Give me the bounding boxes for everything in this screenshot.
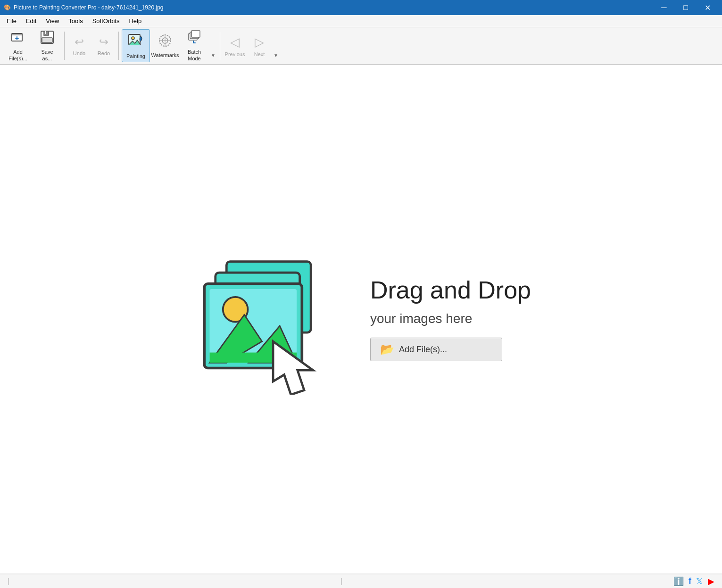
- next-label: Next: [254, 51, 265, 57]
- drag-drop-subtitle: your images here: [370, 311, 531, 326]
- title-bar: 🎨 Picture to Painting Converter Pro - da…: [0, 0, 722, 15]
- painting-button[interactable]: Painting: [122, 29, 150, 62]
- redo-icon: [99, 35, 108, 49]
- window-title: Picture to Painting Converter Pro - dais…: [14, 4, 164, 11]
- toolbar-separator-3: [220, 32, 220, 60]
- svg-rect-13: [191, 31, 200, 37]
- redo-button[interactable]: Redo: [92, 29, 116, 62]
- add-files-icon: [10, 30, 25, 47]
- add-files-button[interactable]: Add File(s)...: [4, 29, 32, 62]
- drag-drop-title: Drag and Drop: [370, 277, 531, 304]
- svg-rect-3: [45, 31, 46, 34]
- menu-softorbits[interactable]: SoftOrbits: [88, 16, 124, 26]
- batch-mode-icon: [187, 30, 202, 47]
- title-bar-left: 🎨 Picture to Painting Converter Pro - da…: [4, 4, 164, 11]
- youtube-icon[interactable]: ▶: [708, 576, 714, 587]
- status-icons-right: ℹ️ f 𝕏 ▶: [673, 576, 714, 587]
- undo-label: Undo: [73, 50, 85, 56]
- status-divider-2: |: [340, 577, 342, 586]
- batch-mode-button[interactable]: Batch Mode: [180, 29, 208, 62]
- previous-label: Previous: [225, 51, 245, 57]
- next-button[interactable]: ▷ Next: [248, 29, 271, 62]
- watermarks-label: Watermarks: [151, 52, 179, 58]
- add-files-drop-button[interactable]: 📂 Add File(s)...: [370, 338, 502, 361]
- nav-expand[interactable]: ▼: [272, 32, 280, 60]
- add-files-drop-label: Add File(s)...: [399, 345, 447, 355]
- close-button[interactable]: ✕: [697, 0, 718, 15]
- menu-view[interactable]: View: [41, 16, 64, 26]
- svg-point-6: [132, 37, 134, 40]
- menu-tools[interactable]: Tools: [64, 16, 87, 26]
- menu-help[interactable]: Help: [124, 16, 146, 26]
- status-divider-1: |: [8, 577, 9, 586]
- main-content: Drag and Drop your images here 📂 Add Fil…: [0, 65, 722, 573]
- save-as-icon: [40, 30, 55, 47]
- menu-file[interactable]: File: [2, 16, 21, 26]
- toolbar-group-files: Add File(s)... Save as...: [4, 29, 61, 62]
- minimize-button[interactable]: ─: [653, 0, 675, 15]
- status-bar: | | ℹ️ f 𝕏 ▶: [0, 574, 722, 588]
- status-middle: |: [340, 577, 342, 586]
- info-icon[interactable]: ℹ️: [673, 576, 684, 587]
- title-bar-controls: ─ □ ✕: [653, 0, 718, 15]
- status-left: |: [8, 577, 9, 586]
- redo-label: Redo: [98, 50, 110, 56]
- folder-icon: 📂: [380, 343, 394, 356]
- modes-expand[interactable]: ▼: [209, 32, 217, 60]
- app-icon: 🎨: [4, 4, 11, 11]
- watermarks-icon: [158, 33, 173, 50]
- drop-zone: Drag and Drop your images here 📂 Add Fil…: [191, 244, 531, 395]
- facebook-icon[interactable]: f: [689, 576, 691, 586]
- toolbar: Add File(s)... Save as... Undo Redo: [0, 27, 722, 65]
- toolbar-group-history: Undo Redo: [67, 29, 116, 62]
- maximize-button[interactable]: □: [675, 0, 697, 15]
- save-as-label: Save as...: [41, 49, 53, 61]
- drop-text-area: Drag and Drop your images here 📂 Add Fil…: [370, 277, 531, 361]
- toolbar-group-modes: Painting Watermarks: [122, 29, 217, 62]
- watermarks-button[interactable]: Watermarks: [151, 29, 179, 62]
- previous-button[interactable]: ◁ Previous: [223, 29, 247, 62]
- undo-icon: [75, 35, 84, 49]
- save-as-button[interactable]: Save as...: [33, 29, 61, 62]
- toolbar-group-nav: ◁ Previous ▷ Next ▼: [223, 29, 280, 62]
- twitter-icon[interactable]: 𝕏: [696, 576, 703, 587]
- menu-bar: File Edit View Tools SoftOrbits Help: [0, 15, 722, 27]
- drop-illustration: [191, 244, 342, 395]
- add-files-label: Add File(s)...: [8, 49, 27, 61]
- batch-mode-label: Batch Mode: [188, 49, 201, 61]
- menu-edit[interactable]: Edit: [21, 16, 41, 26]
- next-icon: ▷: [255, 35, 264, 50]
- previous-icon: ◁: [230, 35, 240, 50]
- painting-label: Painting: [126, 53, 145, 59]
- toolbar-separator-1: [64, 32, 65, 60]
- toolbar-separator-2: [118, 32, 119, 60]
- painting-icon: [127, 32, 144, 51]
- undo-button[interactable]: Undo: [67, 29, 91, 62]
- svg-rect-4: [42, 38, 52, 42]
